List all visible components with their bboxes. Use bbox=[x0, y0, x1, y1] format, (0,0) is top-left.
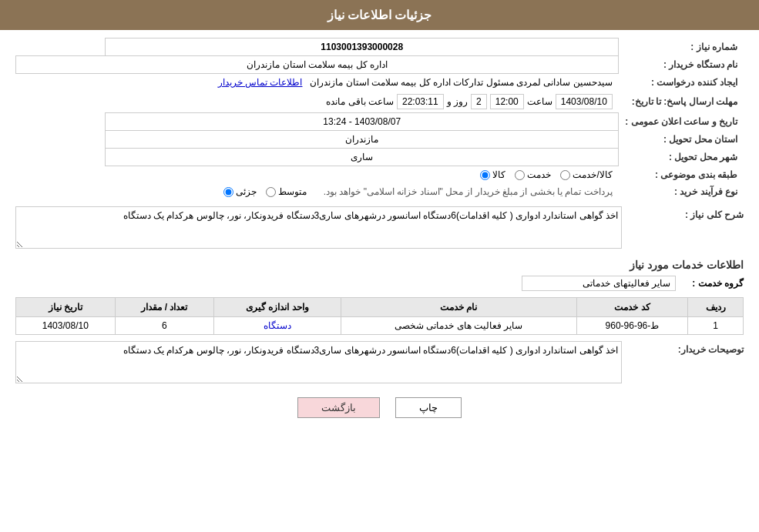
buyer-org-label: نام دستگاه خریدار : bbox=[619, 56, 744, 74]
category-khedmat-label: خدمت bbox=[527, 169, 551, 180]
services-section-title: اطلاعات خدمات مورد نیاز bbox=[15, 259, 744, 271]
request-number-label: شماره نیاز : bbox=[619, 38, 744, 56]
description-textarea[interactable] bbox=[15, 206, 622, 249]
page-wrapper: جزئیات اطلاعات نیاز شماره نیاز : 1103001… bbox=[0, 0, 759, 532]
process-motavasset-item: متوسط bbox=[266, 186, 307, 197]
remaining-time: 22:03:11 bbox=[397, 94, 444, 109]
requester-label: ایجاد کننده درخواست : bbox=[619, 74, 744, 92]
category-kala-khedmat-label: کالا/خدمت bbox=[573, 169, 612, 180]
process-motavasset-radio[interactable] bbox=[266, 187, 276, 197]
process-cell: پرداخت تمام یا بخشی از مبلغ خریدار از مح… bbox=[16, 183, 619, 200]
col-code: کد خدمت bbox=[576, 298, 688, 317]
col-row: ردیف bbox=[688, 298, 744, 317]
category-kala-label: کالا bbox=[492, 169, 505, 180]
deadline-time-label: ساعت bbox=[527, 96, 552, 107]
buyer-notes-section: توصیحات خریدار: bbox=[15, 341, 744, 386]
remaining-days: 2 bbox=[471, 94, 487, 109]
requester-link[interactable]: اطلاعات تماس خریدار bbox=[218, 77, 303, 88]
requester-cell: سیدحسین سادانی لمردی مسئول تدارکات اداره… bbox=[16, 74, 619, 92]
row-process: نوع فرآیند خرید : پرداخت تمام یا بخشی از… bbox=[16, 183, 744, 200]
announce-label: تاریخ و ساعت اعلان عمومی : bbox=[619, 113, 744, 131]
announce-value: 1403/08/07 - 13:24 bbox=[106, 113, 619, 131]
remaining-suffix: ساعت باقی مانده bbox=[326, 96, 394, 107]
row-request-number: شماره نیاز : 1103001393000028 bbox=[16, 38, 744, 56]
row-deadline: مهلت ارسال پاسخ: تا تاریخ: 1403/08/10 سا… bbox=[16, 91, 744, 113]
remaining-label: روز و bbox=[447, 96, 468, 107]
category-radio-group: کالا/خدمت خدمت کالا bbox=[22, 169, 613, 180]
main-content: شماره نیاز : 1103001393000028 نام دستگاه… bbox=[0, 30, 759, 437]
buyer-notes-label: توصیحات خریدار: bbox=[628, 341, 744, 355]
description-container bbox=[15, 206, 622, 251]
province-label: استان محل تحویل : bbox=[619, 131, 744, 149]
process-note: پرداخت تمام یا بخشی از مبلغ خریدار از مح… bbox=[324, 186, 613, 197]
service-group-row: گروه خدمت : سایر فعالیتهای خدماتی bbox=[15, 276, 744, 291]
button-row: چاپ بازگشت bbox=[15, 397, 744, 418]
row-city: شهر محل تحویل : ساری bbox=[16, 149, 744, 166]
print-button[interactable]: چاپ bbox=[395, 397, 462, 418]
description-section: شرح کلی نیاز : bbox=[15, 206, 744, 251]
deadline-date: 1403/08/10 bbox=[556, 94, 613, 109]
deadline-row: 1403/08/10 ساعت 12:00 2 روز و 22:03:11 س… bbox=[22, 94, 613, 109]
buyer-org-value: اداره کل بیمه سلامت استان مازندران bbox=[16, 56, 619, 74]
deadline-cell: 1403/08/10 ساعت 12:00 2 روز و 22:03:11 س… bbox=[16, 91, 619, 113]
table-row: 1ط-96-96-960سایر فعالیت های خدماتی شخصید… bbox=[16, 317, 744, 335]
row-requester: ایجاد کننده درخواست : سیدحسین سادانی لمر… bbox=[16, 74, 744, 92]
process-jozee-label: جزئی bbox=[236, 186, 257, 197]
col-count: تعداد / مقدار bbox=[115, 298, 213, 317]
process-jozee-item: جزئی bbox=[223, 186, 257, 197]
process-motavasset-label: متوسط bbox=[278, 186, 307, 197]
services-table: ردیف کد خدمت نام خدمت واحد اندازه گیری ت… bbox=[15, 297, 744, 335]
service-group-label: گروه خدمت : bbox=[682, 278, 744, 289]
process-radio-group: پرداخت تمام یا بخشی از مبلغ خریدار از مح… bbox=[22, 186, 613, 197]
process-label: نوع فرآیند خرید : bbox=[619, 183, 744, 200]
buyer-notes-container bbox=[15, 341, 622, 386]
category-cell: کالا/خدمت خدمت کالا bbox=[16, 166, 619, 184]
buyer-notes-textarea[interactable] bbox=[15, 341, 622, 383]
deadline-time: 12:00 bbox=[490, 94, 524, 109]
row-buyer-org: نام دستگاه خریدار : اداره کل بیمه سلامت … bbox=[16, 56, 744, 74]
page-title: جزئیات اطلاعات نیاز bbox=[327, 8, 432, 22]
city-value: ساری bbox=[106, 149, 619, 166]
back-button[interactable]: بازگشت bbox=[297, 397, 380, 418]
city-label: شهر محل تحویل : bbox=[619, 149, 744, 166]
category-kala-khedmat-radio[interactable] bbox=[560, 170, 570, 180]
category-khedmat-radio[interactable] bbox=[515, 170, 525, 180]
category-kala-radio[interactable] bbox=[480, 170, 490, 180]
deadline-label: مهلت ارسال پاسخ: تا تاریخ: bbox=[619, 91, 744, 113]
category-label: طبقه بندی موضوعی : bbox=[619, 166, 744, 184]
process-jozee-radio[interactable] bbox=[223, 187, 233, 197]
category-khedmat-item: خدمت bbox=[515, 169, 551, 180]
services-table-header-row: ردیف کد خدمت نام خدمت واحد اندازه گیری ت… bbox=[16, 298, 744, 317]
province-value: مازندران bbox=[106, 131, 619, 149]
row-province: استان محل تحویل : مازندران bbox=[16, 131, 744, 149]
col-unit: واحد اندازه گیری bbox=[214, 298, 341, 317]
category-kala-item: کالا bbox=[480, 169, 505, 180]
requester-name: سیدحسین سادانی لمردی مسئول تدارکات اداره… bbox=[310, 77, 612, 88]
row-category: طبقه بندی موضوعی : کالا/خدمت خدمت کالا bbox=[16, 166, 744, 184]
category-kala-khedmat-item: کالا/خدمت bbox=[560, 169, 612, 180]
service-group-value: سایر فعالیتهای خدماتی bbox=[522, 276, 676, 291]
description-label: شرح کلی نیاز : bbox=[628, 206, 744, 220]
row-announce: تاریخ و ساعت اعلان عمومی : 1403/08/07 - … bbox=[16, 113, 744, 131]
info-table: شماره نیاز : 1103001393000028 نام دستگاه… bbox=[15, 38, 744, 200]
request-number-value: 1103001393000028 bbox=[106, 38, 619, 56]
col-name: نام خدمت bbox=[341, 298, 576, 317]
col-date: تاریخ نیاز bbox=[16, 298, 116, 317]
page-header: جزئیات اطلاعات نیاز bbox=[0, 0, 759, 30]
